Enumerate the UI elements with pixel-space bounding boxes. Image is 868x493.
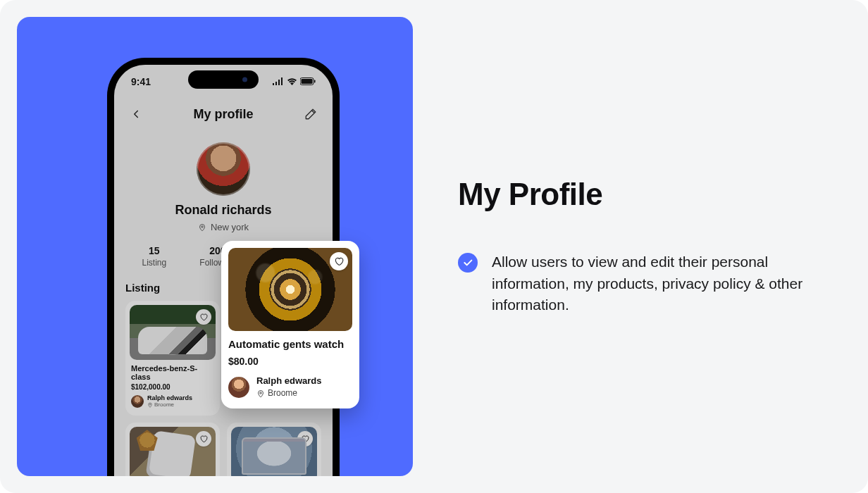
svg-point-5 (260, 392, 262, 394)
listing-title: Mercedes-benz-S-class (131, 364, 214, 381)
pin-icon (147, 402, 153, 408)
seller-avatar (228, 377, 249, 398)
chevron-left-icon (130, 108, 142, 120)
favorite-button[interactable] (297, 431, 313, 447)
listing-price: $102,000.00 (131, 383, 214, 391)
heart-icon (199, 313, 208, 321)
listing-image (130, 305, 216, 360)
listing-card[interactable]: Mercedes-benz-S-class $102,000.00 Ralph … (125, 301, 220, 416)
favorite-button[interactable] (196, 309, 211, 325)
seller-avatar (131, 395, 144, 408)
favorite-button[interactable] (196, 431, 211, 447)
feature-bullet-text: Allow users to view and edit their perso… (492, 251, 824, 316)
favorite-button[interactable] (330, 252, 348, 270)
profile-location: New york (125, 222, 321, 232)
pin-icon (256, 389, 265, 398)
profile-location-text: New york (211, 222, 249, 232)
profile-avatar[interactable] (197, 142, 250, 196)
seller-name: Ralph edwards (256, 375, 321, 387)
listing-seller: Ralph edwards Broome (131, 395, 214, 408)
wifi-icon (287, 77, 297, 87)
feature-slide: 9:41 (0, 0, 868, 493)
pin-icon (198, 223, 206, 232)
feature-heading: My Profile (458, 177, 824, 212)
feature-description: My Profile Allow users to view and edit … (458, 0, 852, 493)
mockup-panel: 9:41 (17, 17, 413, 476)
check-icon (458, 253, 478, 273)
svg-point-3 (202, 225, 204, 227)
page-title: My profile (193, 107, 253, 122)
profile-name: Ronald richards (125, 203, 321, 218)
edit-button[interactable] (300, 104, 321, 125)
feature-bullet: Allow users to view and edit their perso… (458, 251, 824, 316)
pencil-icon (304, 108, 317, 120)
page-header: My profile (125, 99, 321, 130)
listing-card[interactable] (227, 423, 321, 476)
seller-location: Broome (147, 402, 192, 408)
listing-image (228, 248, 352, 331)
heart-icon (301, 435, 309, 443)
back-button[interactable] (125, 104, 147, 125)
heart-icon (334, 256, 344, 266)
stat-listing[interactable]: 15 Listing (142, 245, 167, 268)
listing-seller: Ralph edwards Broome (228, 375, 352, 399)
listing-card-popout[interactable]: Automatic gents watch $80.00 Ralph edwar… (221, 241, 359, 408)
seller-location: Broome (256, 388, 321, 399)
battery-icon (300, 77, 316, 87)
listing-card[interactable] (125, 423, 220, 476)
cellular-icon (273, 77, 284, 87)
listing-title: Automatic gents watch (228, 338, 352, 350)
listing-image (130, 427, 216, 476)
phone-notch (188, 70, 259, 89)
svg-point-4 (149, 404, 151, 406)
listing-price: $80.00 (228, 356, 352, 367)
status-time: 9:41 (131, 76, 151, 87)
status-icons (273, 77, 316, 87)
svg-rect-2 (314, 80, 316, 82)
listing-image (231, 427, 317, 476)
heart-icon (199, 435, 208, 443)
svg-rect-1 (302, 79, 313, 84)
